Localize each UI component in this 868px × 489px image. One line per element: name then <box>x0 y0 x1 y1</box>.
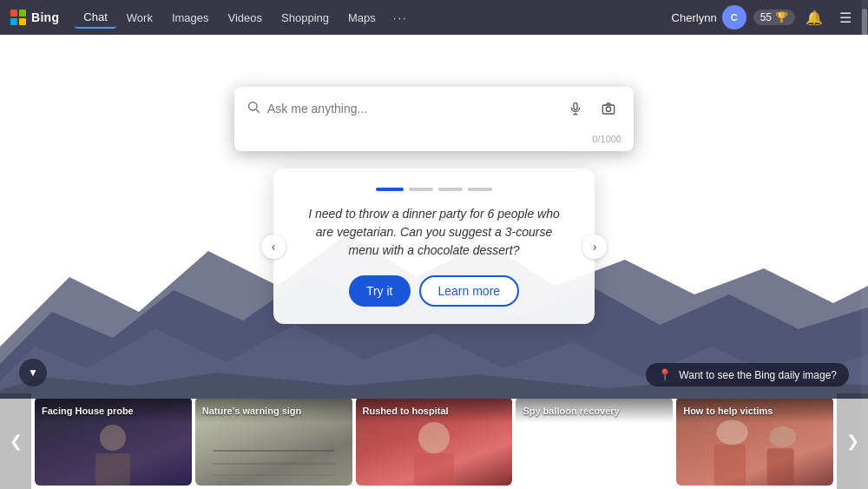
nav-link-shopping[interactable]: Shopping <box>273 8 338 28</box>
collapse-button[interactable]: ▼ <box>19 359 47 387</box>
search-input[interactable] <box>267 102 556 116</box>
daily-image-prompt[interactable]: 📍 Want to see the Bing daily image? <box>646 363 849 387</box>
search-icon <box>247 100 260 117</box>
location-icon: 📍 <box>658 368 672 381</box>
svg-rect-6 <box>574 102 577 109</box>
nav-right: Cherlynn C 55 🏆 🔔 ☰ <box>672 5 858 30</box>
brand-name: Bing <box>31 10 59 24</box>
nav-link-chat[interactable]: Chat <box>75 7 115 29</box>
nav-more[interactable]: ··· <box>386 8 415 28</box>
mic-button[interactable] <box>562 96 589 122</box>
daily-image-label: Want to see the Bing daily image? <box>679 369 837 381</box>
nav-links: Chat Work Images Videos Shopping Maps ··… <box>75 7 664 29</box>
logo-blue <box>10 18 17 25</box>
svg-point-4 <box>249 102 257 110</box>
svg-line-5 <box>256 109 259 112</box>
card-next-button[interactable]: › <box>582 235 607 259</box>
dot-1 <box>376 188 404 191</box>
notifications-button[interactable]: 🔔 <box>802 5 826 30</box>
scrollbar-thumb[interactable] <box>862 9 867 61</box>
svg-point-10 <box>606 107 610 111</box>
logo-red <box>10 10 17 17</box>
learn-more-button[interactable]: Learn more <box>419 275 520 307</box>
prompt-card: ‹ › I need to throw a dinner party for 6… <box>273 169 595 324</box>
nav-link-videos[interactable]: Videos <box>220 8 272 28</box>
scrollbar[interactable] <box>861 0 868 489</box>
prompt-dots <box>299 188 569 191</box>
char-counter: 0/1000 <box>234 130 634 151</box>
username-label: Cherlynn <box>672 11 717 24</box>
logo-green <box>19 10 26 17</box>
points-count: 55 <box>760 11 772 23</box>
microsoft-logo <box>10 10 26 25</box>
dot-3 <box>438 188 463 191</box>
search-box: 0/1000 <box>234 87 634 151</box>
dot-4 <box>468 188 492 191</box>
search-input-row <box>234 87 634 130</box>
nav-link-images[interactable]: Images <box>163 8 218 28</box>
points-badge[interactable]: 55 🏆 <box>753 10 795 25</box>
dot-2 <box>409 188 433 191</box>
nav-link-maps[interactable]: Maps <box>339 8 385 28</box>
menu-button[interactable]: ☰ <box>833 5 858 30</box>
nav-link-work[interactable]: Work <box>118 8 161 28</box>
camera-button[interactable] <box>595 96 621 122</box>
prompt-actions: Try it Learn more <box>299 275 569 307</box>
prompt-text: I need to throw a dinner party for 6 peo… <box>299 205 569 260</box>
trophy-icon: 🏆 <box>775 11 788 23</box>
carousel-prev-button[interactable]: ❮ <box>0 393 31 489</box>
logo-yellow <box>19 18 26 25</box>
try-it-button[interactable]: Try it <box>349 275 411 307</box>
user-menu[interactable]: Cherlynn C <box>672 5 746 30</box>
avatar: C <box>722 5 746 30</box>
card-prev-button[interactable]: ‹ <box>261 235 286 259</box>
main-content: 0/1000 ‹ › I need to throw a dinner part… <box>0 35 868 489</box>
navbar: Bing Chat Work Images Videos Shopping Ma… <box>0 0 868 35</box>
logo[interactable]: Bing <box>10 10 59 25</box>
